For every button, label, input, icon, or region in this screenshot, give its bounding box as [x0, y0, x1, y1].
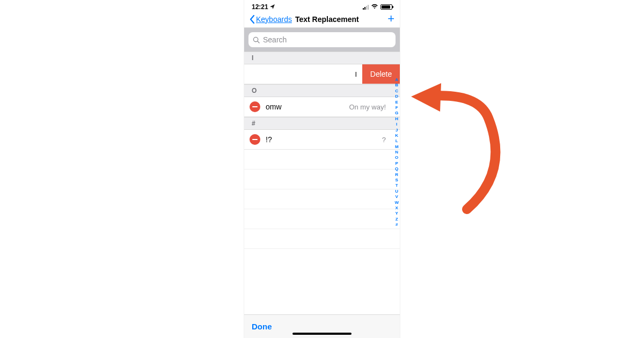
nav-title: Text Replacement	[295, 15, 359, 24]
index-letter[interactable]: K	[395, 133, 398, 138]
index-letter[interactable]: O	[395, 155, 398, 160]
back-label: Keyboards	[256, 15, 292, 24]
empty-row	[244, 170, 400, 189]
replacement-list[interactable]: I I Delete O omw On my way! # !? ? ABCDE…	[244, 52, 400, 314]
status-bar: 12:21	[244, 0, 400, 11]
empty-row	[244, 189, 400, 209]
index-letter[interactable]: J	[396, 128, 398, 133]
index-letter[interactable]: D	[395, 94, 398, 99]
phrase-label: ?	[382, 136, 392, 144]
svg-line-1	[258, 41, 259, 42]
section-index[interactable]: ABCDEFGHIJKLMNOPQRSTUVWXYZ#	[393, 77, 400, 228]
nav-bar: Keyboards Text Replacement +	[244, 11, 400, 28]
index-letter[interactable]: Y	[396, 211, 398, 216]
delete-minus-icon[interactable]	[250, 134, 260, 145]
location-icon	[270, 4, 275, 10]
signal-icon	[363, 4, 369, 10]
battery-icon	[380, 4, 392, 10]
home-indicator[interactable]	[292, 333, 352, 335]
index-letter[interactable]: #	[396, 222, 398, 227]
delete-minus-icon[interactable]	[250, 101, 260, 112]
shortcut-label: I	[355, 70, 357, 78]
empty-row	[244, 209, 400, 229]
search-container: Search	[244, 28, 400, 52]
index-letter[interactable]: U	[395, 189, 398, 194]
index-letter[interactable]: F	[396, 105, 398, 111]
index-letter[interactable]: A	[395, 77, 398, 83]
done-button[interactable]: Done	[252, 322, 272, 331]
index-letter[interactable]: I	[396, 122, 397, 127]
wifi-icon	[371, 3, 378, 11]
index-letter[interactable]: P	[396, 161, 398, 166]
status-time: 12:21	[252, 3, 268, 11]
phrase-label: On my way!	[349, 103, 392, 111]
section-header-i: I	[244, 52, 400, 64]
search-placeholder: Search	[263, 35, 287, 44]
index-letter[interactable]: V	[396, 194, 398, 200]
index-letter[interactable]: M	[395, 144, 399, 150]
index-letter[interactable]: Z	[396, 217, 398, 222]
section-header-hash: #	[244, 117, 400, 130]
list-row[interactable]: !? ?	[244, 130, 400, 150]
search-icon	[253, 36, 260, 43]
index-letter[interactable]: W	[394, 200, 399, 205]
index-letter[interactable]: Q	[395, 166, 398, 172]
search-input[interactable]: Search	[248, 32, 396, 47]
back-button[interactable]: Keyboards	[250, 15, 292, 24]
shortcut-label: omw	[266, 102, 343, 111]
index-letter[interactable]: T	[396, 183, 398, 188]
index-letter[interactable]: E	[396, 100, 398, 105]
section-header-o: O	[244, 84, 400, 97]
list-row-swiped[interactable]: I Delete	[244, 64, 400, 84]
toolbar: Done	[244, 314, 400, 338]
index-letter[interactable]: H	[395, 116, 398, 122]
index-letter[interactable]: L	[396, 138, 398, 144]
chevron-left-icon	[250, 15, 255, 24]
add-button[interactable]: +	[387, 13, 394, 25]
empty-row	[244, 150, 400, 170]
shortcut-label: !?	[266, 135, 377, 144]
annotation-arrow	[408, 75, 515, 215]
index-letter[interactable]: X	[396, 205, 398, 211]
index-letter[interactable]: R	[395, 172, 398, 178]
index-letter[interactable]: B	[395, 83, 398, 88]
empty-row	[244, 229, 400, 249]
index-letter[interactable]: G	[395, 111, 398, 116]
list-row[interactable]: omw On my way!	[244, 97, 400, 117]
index-letter[interactable]: N	[395, 150, 398, 155]
phone-frame: 12:21 Keyboards Text Replacement + Searc	[244, 0, 400, 338]
index-letter[interactable]: S	[396, 178, 398, 183]
index-letter[interactable]: C	[395, 89, 398, 94]
